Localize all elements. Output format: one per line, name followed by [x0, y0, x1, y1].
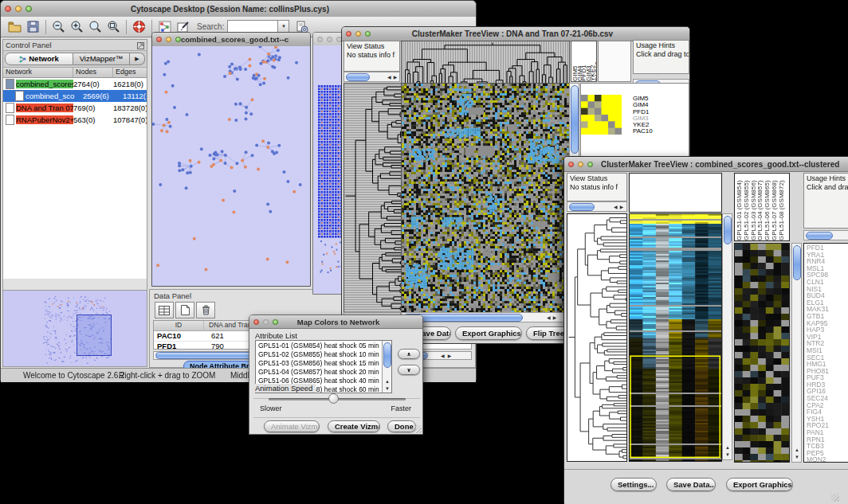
- scrollbar-thumb[interactable]: [724, 216, 732, 244]
- gene-label[interactable]: MON2: [807, 456, 848, 463]
- tv2-row-dendrogram[interactable]: [567, 213, 627, 462]
- resize-grip[interactable]: [831, 494, 839, 502]
- scroll-right-icon[interactable]: ▶: [394, 75, 398, 80]
- zoom-window-icon[interactable]: [26, 6, 32, 12]
- minimize-icon[interactable]: [578, 162, 583, 167]
- delete-attribute-button[interactable]: [196, 302, 215, 318]
- col-header-nodes[interactable]: Nodes: [73, 68, 113, 77]
- zoom-selected-icon[interactable]: [88, 19, 103, 34]
- done-button[interactable]: Done: [387, 420, 416, 432]
- attribute-list-item[interactable]: GPL51-01 (GSM854) heat shock 05 min: [258, 342, 391, 350]
- table-mode-button[interactable]: [155, 302, 174, 318]
- tv2-column-dendrogram-area[interactable]: [629, 173, 722, 213]
- scroll-left-icon[interactable]: ◀: [387, 75, 391, 80]
- network-overview-panel[interactable]: [3, 290, 147, 366]
- slider-knob[interactable]: [328, 393, 339, 404]
- attribute-list-scrollbar[interactable]: ▲ ▼: [382, 341, 391, 393]
- scroll-right-icon[interactable]: ▶: [448, 354, 452, 358]
- scroll-up-icon[interactable]: ▲: [795, 447, 799, 452]
- new-attribute-button[interactable]: [175, 302, 194, 318]
- scrollbar-thumb[interactable]: [346, 73, 370, 81]
- scrollbar-thumb[interactable]: [806, 232, 833, 240]
- export-graphics-button[interactable]: Export Graphics...: [455, 326, 522, 340]
- scroll-up-icon[interactable]: ▲: [385, 379, 390, 384]
- tv2-zoom-vscrollbar[interactable]: ▲ ▼: [791, 243, 802, 463]
- tv1-column-dendrogram[interactable]: [401, 41, 570, 84]
- tv1-hscrollbar[interactable]: ◀ ▶: [401, 312, 568, 322]
- tv2-main-heatmap[interactable]: [629, 213, 722, 462]
- save-data-button[interactable]: Save Data...: [666, 478, 716, 491]
- tv1-zoom-heatmap[interactable]: [581, 95, 622, 135]
- zoom-window-icon[interactable]: [587, 162, 593, 167]
- zoom-window-icon[interactable]: [365, 31, 371, 37]
- scroll-right-icon[interactable]: ▶: [553, 315, 557, 320]
- move-up-button[interactable]: ∧: [398, 349, 420, 359]
- scroll-down-icon[interactable]: ▼: [725, 452, 730, 457]
- attribute-list-item[interactable]: GPL51-04 (GSM857) heat shock 20 min: [258, 368, 391, 377]
- scroll-left-icon[interactable]: ◀: [614, 205, 618, 209]
- zoom-window-icon[interactable]: [273, 319, 278, 325]
- open-file-icon[interactable]: [7, 19, 22, 34]
- settings-button[interactable]: Settings...: [610, 478, 657, 491]
- minimize-icon[interactable]: [15, 6, 22, 12]
- zoom-window-icon[interactable]: [175, 37, 181, 42]
- zoom-fit-icon[interactable]: [106, 19, 121, 34]
- scroll-right-icon[interactable]: ▶: [620, 205, 624, 209]
- scroll-down-icon[interactable]: ▼: [795, 455, 799, 459]
- treeview2-titlebar[interactable]: ClusterMaker TreeView : combined_scores_…: [564, 157, 848, 172]
- tv1-column-label[interactable]: PAC10: [595, 41, 597, 81]
- close-icon[interactable]: [568, 162, 574, 167]
- create-vizmap-button[interactable]: Create Vizmap: [328, 420, 380, 432]
- scroll-left-icon[interactable]: ◀: [547, 315, 551, 320]
- scroll-down-icon[interactable]: ▼: [385, 386, 390, 391]
- tv1-global-heatmap[interactable]: [401, 83, 570, 313]
- network-overview-canvas[interactable]: [3, 291, 147, 366]
- resize-grip[interactable]: [414, 425, 422, 433]
- attribute-list-item[interactable]: GPL51-03 (GSM856) heat shock 15 min: [258, 359, 391, 368]
- tv2-usage-scrollbar[interactable]: ◀ ▶: [803, 230, 848, 240]
- help-lifering-icon[interactable]: [132, 19, 147, 34]
- overview-selection-rect[interactable]: [77, 315, 112, 356]
- move-down-button[interactable]: ∨: [398, 365, 420, 375]
- network-list-row[interactable]: DNA and Tran 07 769(0) 183728(0): [3, 102, 147, 114]
- main-window-titlebar[interactable]: Cytoscape Desktop (Session Name: collins…: [1, 1, 476, 18]
- minimize-icon[interactable]: [327, 37, 332, 42]
- network-list-row[interactable]: combined_scores 2764(0) 16218(0): [3, 78, 147, 90]
- close-icon[interactable]: [346, 31, 351, 37]
- scrollbar-thumb[interactable]: [793, 245, 801, 280]
- network-list-row[interactable]: RNAPuberNov2+ 563(0) 107847(0): [3, 114, 147, 126]
- tv2-status-scrollbar[interactable]: ◀ ▶: [567, 201, 627, 212]
- scrollbar-thumb[interactable]: [571, 85, 579, 154]
- tab-vizmapper[interactable]: VizMapper™: [73, 53, 130, 65]
- dialog-titlebar[interactable]: Map Colors to Network: [249, 315, 422, 329]
- attribute-list-item[interactable]: GPL51-02 (GSM855) heat shock 10 min: [258, 350, 391, 359]
- save-session-icon[interactable]: [26, 19, 41, 34]
- close-icon[interactable]: [253, 319, 259, 325]
- tv2-vscrollbar[interactable]: ▲ ▼: [722, 213, 732, 460]
- close-icon[interactable]: [5, 6, 11, 12]
- data-col-id[interactable]: ID: [154, 321, 204, 330]
- tv2-zoom-heatmap[interactable]: [734, 243, 790, 463]
- tv1-row-label[interactable]: PAC10: [633, 128, 653, 135]
- close-icon[interactable]: [156, 37, 162, 42]
- zoom-out-icon[interactable]: [51, 19, 66, 34]
- float-panel-icon[interactable]: [137, 38, 147, 53]
- minimize-icon[interactable]: [355, 31, 361, 37]
- tab-network[interactable]: Network: [5, 53, 73, 65]
- close-icon[interactable]: [317, 37, 323, 42]
- col-header-edges[interactable]: Edges: [113, 68, 136, 77]
- zoom-in-icon[interactable]: [69, 19, 84, 34]
- network1-titlebar[interactable]: combined_scores_good.txt--cluste...: [152, 33, 310, 47]
- animate-vizmap-button[interactable]: Animate Vizmap: [264, 420, 320, 432]
- scrollbar-thumb[interactable]: [569, 203, 595, 211]
- scroll-up-icon[interactable]: ▲: [725, 445, 730, 450]
- export-graphics-button[interactable]: Export Graphics...: [726, 478, 793, 491]
- tv1-status-scrollbar[interactable]: ◀ ▶: [344, 72, 400, 82]
- tv1-row-dendrogram[interactable]: [344, 83, 402, 313]
- minimize-icon[interactable]: [166, 37, 171, 42]
- scrollbar-thumb[interactable]: [383, 342, 391, 368]
- tv2-column-label[interactable]: GPL51-08 (GSM872): [779, 174, 786, 240]
- tab-more-button[interactable]: ▶: [130, 53, 145, 65]
- col-header-network[interactable]: Network: [3, 68, 73, 77]
- network-list-row[interactable]: combined_sco 2569(6) 13112(15): [3, 90, 147, 102]
